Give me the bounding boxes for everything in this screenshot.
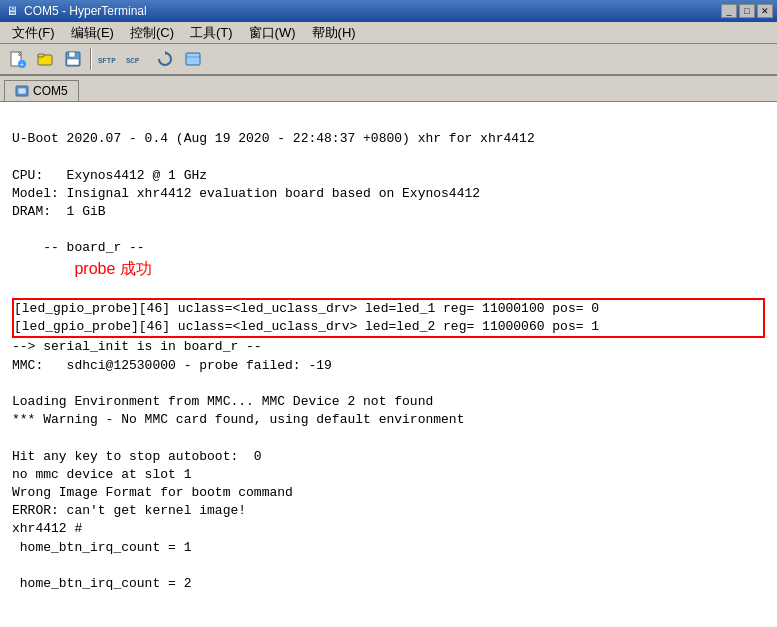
terminal-line-mmc: MMC: sdhci@12530000 - probe failed: -19: [12, 357, 765, 375]
svg-rect-14: [18, 88, 26, 94]
toolbar-separator-1: [90, 48, 92, 70]
terminal-line-blank-2: [12, 148, 765, 166]
svg-text:SCP: SCP: [126, 57, 140, 65]
terminal-line-prompt: xhr4412 #: [12, 520, 765, 538]
terminal-line-model: Model: Insignal xhr4412 evaluation board…: [12, 185, 765, 203]
window-title: COM5 - HyperTerminal: [24, 4, 721, 18]
title-bar: 🖥 COM5 - HyperTerminal _ □ ✕: [0, 0, 777, 22]
toolbar-open-button[interactable]: [32, 46, 58, 72]
terminal-line-blank-1: [12, 112, 765, 130]
menu-control[interactable]: 控制(C): [122, 22, 182, 44]
terminal-area[interactable]: U-Boot 2020.07 - 0.4 (Aug 19 2020 - 22:4…: [0, 102, 777, 627]
terminal-line-board: -- board_r -- probe 成功: [12, 221, 765, 298]
menu-help[interactable]: 帮助(H): [304, 22, 364, 44]
svg-rect-4: [38, 54, 44, 57]
terminal-line-dram: DRAM: 1 GiB: [12, 203, 765, 221]
toolbar-refresh-button[interactable]: [152, 46, 178, 72]
terminal-line-no-mmc: no mmc device at slot 1: [12, 466, 765, 484]
toolbar-scp-button[interactable]: SCP: [124, 46, 150, 72]
menu-bar: 文件(F) 编辑(E) 控制(C) 工具(T) 窗口(W) 帮助(H): [0, 22, 777, 44]
terminal-line-wrong-image: Wrong Image Format for bootm command: [12, 484, 765, 502]
terminal-line-uboot: U-Boot 2020.07 - 0.4 (Aug 19 2020 - 22:4…: [12, 130, 765, 148]
minimize-button[interactable]: _: [721, 4, 737, 18]
terminal-line-home-btn-2: home_btn_irq_count = 2: [12, 575, 765, 593]
terminal-line-warning: *** Warning - No MMC card found, using d…: [12, 411, 765, 429]
terminal-line-home-btn-1: home_btn_irq_count = 1: [12, 539, 765, 557]
svg-rect-6: [69, 52, 75, 57]
menu-file[interactable]: 文件(F): [4, 22, 63, 44]
toolbar: + SFTP SCP: [0, 44, 777, 76]
terminal-line-loading: Loading Environment from MMC... MMC Devi…: [12, 393, 765, 411]
new-icon: +: [8, 50, 26, 68]
refresh-icon: [156, 50, 174, 68]
sftp-icon: SFTP: [97, 50, 121, 68]
com-port-icon: [15, 84, 29, 98]
close-button[interactable]: ✕: [757, 4, 773, 18]
menu-edit[interactable]: 编辑(E): [63, 22, 122, 44]
terminal-line-led2: [led_gpio_probe][46] uclass=<led_uclass_…: [14, 318, 763, 336]
menu-window[interactable]: 窗口(W): [241, 22, 304, 44]
terminal-line-cpu: CPU: Exynos4412 @ 1 GHz: [12, 167, 765, 185]
tab-bar: COM5: [0, 76, 777, 102]
tab-label: COM5: [33, 84, 68, 98]
maximize-button[interactable]: □: [739, 4, 755, 18]
toolbar-sftp-button[interactable]: SFTP: [96, 46, 122, 72]
svg-rect-11: [186, 53, 200, 65]
tab-com5[interactable]: COM5: [4, 80, 79, 101]
extra-icon: [184, 50, 202, 68]
svg-rect-7: [67, 59, 79, 65]
save-icon: [64, 50, 82, 68]
svg-text:SFTP: SFTP: [98, 57, 116, 65]
terminal-line-serial: --> serial_init is in board_r --: [12, 338, 765, 356]
terminal-line-blank-4: [12, 429, 765, 447]
open-icon: [36, 50, 54, 68]
scp-icon: SCP: [125, 50, 149, 68]
toolbar-extra-button[interactable]: [180, 46, 206, 72]
app-icon: 🖥: [4, 3, 20, 19]
window-controls[interactable]: _ □ ✕: [721, 4, 773, 18]
terminal-line-blank-3: [12, 375, 765, 393]
highlighted-region: [led_gpio_probe][46] uclass=<led_uclass_…: [12, 298, 765, 338]
terminal-line-blank-5: [12, 557, 765, 575]
board-r-text: -- board_r --: [43, 240, 144, 255]
terminal-line-error: ERROR: can't get kernel image!: [12, 502, 765, 520]
menu-tools[interactable]: 工具(T): [182, 22, 241, 44]
terminal-line-led1: [led_gpio_probe][46] uclass=<led_uclass_…: [14, 300, 763, 318]
terminal-line-hit: Hit any key to stop autoboot: 0: [12, 448, 765, 466]
svg-text:+: +: [20, 60, 25, 68]
toolbar-new-button[interactable]: +: [4, 46, 30, 72]
probe-success-text: probe 成功: [74, 260, 151, 277]
toolbar-save-button[interactable]: [60, 46, 86, 72]
